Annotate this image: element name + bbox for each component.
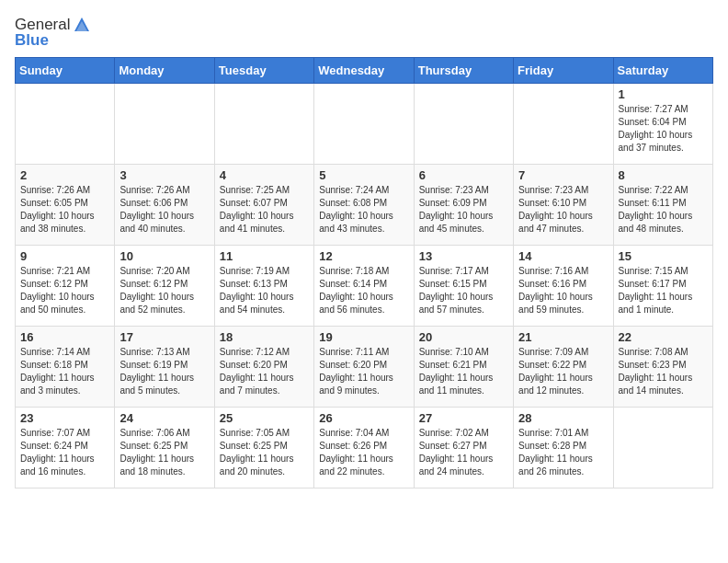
day-number: 26 [319,411,408,425]
cell-info: Sunrise: 7:21 AM Sunset: 6:12 PM Dayligh… [20,265,109,316]
cell-info: Sunrise: 7:18 AM Sunset: 6:14 PM Dayligh… [319,265,408,316]
logo-icon [72,15,92,35]
cell-info: Sunrise: 7:17 AM Sunset: 6:15 PM Dayligh… [419,265,508,316]
day-number: 16 [20,330,109,344]
day-number: 15 [619,249,708,263]
header: General Blue [15,15,713,50]
calendar-cell: 3Sunrise: 7:26 AM Sunset: 6:06 PM Daylig… [115,165,214,246]
col-header-monday: Monday [115,58,214,84]
calendar-cell: 15Sunrise: 7:15 AM Sunset: 6:17 PM Dayli… [613,246,712,327]
calendar-cell [613,408,712,488]
day-number: 1 [619,87,708,101]
cell-info: Sunrise: 7:04 AM Sunset: 6:26 PM Dayligh… [319,427,408,478]
week-row-3: 9Sunrise: 7:21 AM Sunset: 6:12 PM Daylig… [16,246,713,327]
day-number: 27 [419,411,508,425]
cell-info: Sunrise: 7:01 AM Sunset: 6:28 PM Dayligh… [518,427,608,478]
day-number: 10 [119,249,209,263]
cell-info: Sunrise: 7:09 AM Sunset: 6:22 PM Dayligh… [518,346,608,397]
cell-info: Sunrise: 7:25 AM Sunset: 6:07 PM Dayligh… [220,184,309,236]
day-number: 4 [220,168,309,182]
calendar-cell: 19Sunrise: 7:11 AM Sunset: 6:20 PM Dayli… [314,327,414,408]
cell-info: Sunrise: 7:05 AM Sunset: 6:25 PM Dayligh… [220,427,309,478]
logo-blue-text: Blue [15,31,49,50]
calendar-cell: 23Sunrise: 7:07 AM Sunset: 6:24 PM Dayli… [16,408,115,488]
calendar-cell: 18Sunrise: 7:12 AM Sunset: 6:20 PM Dayli… [214,327,313,408]
day-number: 6 [419,168,508,182]
day-number: 5 [319,168,408,182]
week-row-1: 1Sunrise: 7:27 AM Sunset: 6:04 PM Daylig… [16,84,713,165]
calendar-cell: 13Sunrise: 7:17 AM Sunset: 6:15 PM Dayli… [414,246,513,327]
cell-info: Sunrise: 7:26 AM Sunset: 6:05 PM Dayligh… [20,184,109,236]
calendar-cell [314,84,414,165]
calendar-cell: 20Sunrise: 7:10 AM Sunset: 6:21 PM Dayli… [414,327,513,408]
day-number: 12 [319,249,408,263]
cell-info: Sunrise: 7:14 AM Sunset: 6:18 PM Dayligh… [20,346,109,397]
day-number: 22 [619,330,708,344]
cell-info: Sunrise: 7:06 AM Sunset: 6:25 PM Dayligh… [119,427,209,478]
col-header-thursday: Thursday [414,58,513,84]
day-number: 13 [419,249,508,263]
day-number: 17 [119,330,209,344]
day-number: 21 [518,330,608,344]
col-header-friday: Friday [514,58,613,84]
calendar-cell: 4Sunrise: 7:25 AM Sunset: 6:07 PM Daylig… [214,165,313,246]
calendar-cell: 22Sunrise: 7:08 AM Sunset: 6:23 PM Dayli… [613,327,712,408]
calendar-cell [414,84,513,165]
calendar-cell: 28Sunrise: 7:01 AM Sunset: 6:28 PM Dayli… [514,408,613,488]
calendar-cell: 10Sunrise: 7:20 AM Sunset: 6:12 PM Dayli… [115,246,214,327]
calendar-cell: 16Sunrise: 7:14 AM Sunset: 6:18 PM Dayli… [16,327,115,408]
cell-info: Sunrise: 7:19 AM Sunset: 6:13 PM Dayligh… [220,265,309,316]
logo: General Blue [15,15,92,50]
calendar-cell: 17Sunrise: 7:13 AM Sunset: 6:19 PM Dayli… [115,327,214,408]
day-number: 28 [518,411,608,425]
calendar-table: SundayMondayTuesdayWednesdayThursdayFrid… [15,57,713,488]
cell-info: Sunrise: 7:23 AM Sunset: 6:10 PM Dayligh… [518,184,608,236]
cell-info: Sunrise: 7:08 AM Sunset: 6:23 PM Dayligh… [619,346,708,397]
calendar-cell [514,84,613,165]
day-number: 2 [20,168,109,182]
calendar-cell: 14Sunrise: 7:16 AM Sunset: 6:16 PM Dayli… [514,246,613,327]
cell-info: Sunrise: 7:16 AM Sunset: 6:16 PM Dayligh… [518,265,608,316]
cell-info: Sunrise: 7:23 AM Sunset: 6:09 PM Dayligh… [419,184,508,236]
day-number: 7 [518,168,608,182]
calendar-cell: 6Sunrise: 7:23 AM Sunset: 6:09 PM Daylig… [414,165,513,246]
day-number: 23 [20,411,109,425]
cell-info: Sunrise: 7:07 AM Sunset: 6:24 PM Dayligh… [20,427,109,478]
cell-info: Sunrise: 7:12 AM Sunset: 6:20 PM Dayligh… [220,346,309,397]
calendar-cell [214,84,313,165]
calendar-cell: 12Sunrise: 7:18 AM Sunset: 6:14 PM Dayli… [314,246,414,327]
day-number: 8 [619,168,708,182]
calendar-cell [16,84,115,165]
calendar-cell: 26Sunrise: 7:04 AM Sunset: 6:26 PM Dayli… [314,408,414,488]
week-row-4: 16Sunrise: 7:14 AM Sunset: 6:18 PM Dayli… [16,327,713,408]
calendar-cell: 1Sunrise: 7:27 AM Sunset: 6:04 PM Daylig… [613,84,712,165]
cell-info: Sunrise: 7:20 AM Sunset: 6:12 PM Dayligh… [119,265,209,316]
calendar-cell: 8Sunrise: 7:22 AM Sunset: 6:11 PM Daylig… [613,165,712,246]
day-number: 9 [20,249,109,263]
day-number: 20 [419,330,508,344]
col-header-tuesday: Tuesday [214,58,313,84]
day-number: 18 [220,330,309,344]
cell-info: Sunrise: 7:24 AM Sunset: 6:08 PM Dayligh… [319,184,408,236]
day-number: 3 [119,168,209,182]
cell-info: Sunrise: 7:11 AM Sunset: 6:20 PM Dayligh… [319,346,408,397]
col-header-sunday: Sunday [16,58,115,84]
cell-info: Sunrise: 7:10 AM Sunset: 6:21 PM Dayligh… [419,346,508,397]
col-header-wednesday: Wednesday [314,58,414,84]
cell-info: Sunrise: 7:15 AM Sunset: 6:17 PM Dayligh… [619,265,708,316]
cell-info: Sunrise: 7:27 AM Sunset: 6:04 PM Dayligh… [619,103,708,155]
week-row-2: 2Sunrise: 7:26 AM Sunset: 6:05 PM Daylig… [16,165,713,246]
cell-info: Sunrise: 7:13 AM Sunset: 6:19 PM Dayligh… [119,346,209,397]
calendar-cell: 25Sunrise: 7:05 AM Sunset: 6:25 PM Dayli… [214,408,313,488]
cell-info: Sunrise: 7:22 AM Sunset: 6:11 PM Dayligh… [619,184,708,236]
day-number: 11 [220,249,309,263]
calendar-cell: 21Sunrise: 7:09 AM Sunset: 6:22 PM Dayli… [514,327,613,408]
day-number: 14 [518,249,608,263]
col-header-saturday: Saturday [613,58,712,84]
calendar-cell: 9Sunrise: 7:21 AM Sunset: 6:12 PM Daylig… [16,246,115,327]
calendar-cell: 27Sunrise: 7:02 AM Sunset: 6:27 PM Dayli… [414,408,513,488]
cell-info: Sunrise: 7:02 AM Sunset: 6:27 PM Dayligh… [419,427,508,478]
week-row-5: 23Sunrise: 7:07 AM Sunset: 6:24 PM Dayli… [16,408,713,488]
day-number: 24 [119,411,209,425]
calendar-cell [115,84,214,165]
